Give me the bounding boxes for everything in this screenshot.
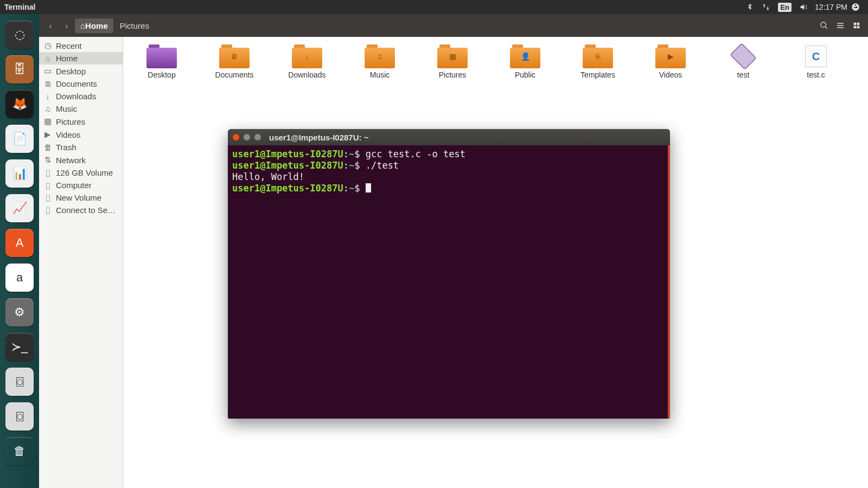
files-sidebar: ◷Recent⌂Home▭Desktop🗎Documents↓Downloads…: [39, 37, 123, 488]
sidebar-item-music[interactable]: ♫Music: [39, 102, 123, 115]
sidebar-item-label: Desktop: [56, 67, 86, 76]
file-label: Documents: [215, 70, 254, 79]
volume-icon[interactable]: [799, 3, 808, 11]
sidebar-item-label: Documents: [56, 79, 97, 88]
sidebar-item-connect-to-se-[interactable]: ⌷Connect to Se…: [39, 204, 123, 216]
file-label: Pictures: [439, 70, 467, 79]
sidebar-item-label: Music: [56, 104, 77, 113]
sidebar-item-label: Downloads: [56, 92, 96, 101]
launcher-trash[interactable]: 🗑: [4, 436, 35, 466]
file-item-public[interactable]: 👤Public: [500, 44, 551, 79]
view-list-icon[interactable]: [832, 17, 848, 34]
place-icon: ⌷: [43, 168, 52, 177]
sidebar-item-computer[interactable]: ⌷Computer: [39, 179, 123, 191]
place-icon: ▶: [43, 130, 52, 139]
sidebar-item-label: Pictures: [56, 117, 85, 126]
sidebar-item-pictures[interactable]: ▦Pictures: [39, 115, 123, 128]
place-icon: ⌷: [43, 181, 52, 190]
file-item-downloads[interactable]: ↓Downloads: [282, 44, 333, 79]
sidebar-item-desktop[interactable]: ▭Desktop: [39, 65, 123, 78]
sidebar-item-label: 126 GB Volume: [56, 168, 113, 177]
terminal-body[interactable]: user1@Impetus-I0287U:~$ gcc test.c -o te…: [228, 145, 670, 419]
file-label: Templates: [580, 70, 615, 79]
sidebar-item-new-volume[interactable]: ⌷New Volume: [39, 191, 123, 204]
breadcrumb-home[interactable]: ⌂Home: [75, 18, 113, 33]
bluetooth-icon[interactable]: [745, 3, 754, 11]
file-label: Downloads: [288, 70, 326, 79]
file-item-videos[interactable]: ▶Videos: [645, 44, 696, 79]
launcher-drive2[interactable]: ⌼: [4, 401, 35, 432]
sidebar-item-label: Trash: [56, 143, 76, 152]
sidebar-item-trash[interactable]: 🗑Trash: [39, 141, 123, 153]
breadcrumb-pictures[interactable]: Pictures: [114, 18, 155, 33]
sidebar-item-label: Computer: [56, 181, 92, 190]
place-icon: 🗑: [43, 143, 52, 152]
file-item-music[interactable]: ♫Music: [354, 44, 405, 79]
launcher-impress[interactable]: 📈: [4, 193, 35, 223]
place-icon: ⌷: [43, 206, 52, 215]
files-toolbar: ‹ › ⌂Home Pictures: [39, 14, 868, 37]
place-icon: ▦: [43, 117, 52, 126]
file-label: Videos: [659, 70, 682, 79]
terminal-titlebar[interactable]: user1@Impetus-I0287U: ~: [228, 129, 670, 145]
place-icon: ↓: [43, 92, 52, 101]
launcher-dash[interactable]: ◌: [4, 20, 35, 50]
terminal-window: user1@Impetus-I0287U: ~ user1@Impetus-I0…: [228, 129, 670, 419]
sidebar-item-label: Videos: [56, 130, 81, 139]
minimize-icon[interactable]: [243, 133, 251, 141]
file-label: test.c: [807, 70, 825, 79]
clock[interactable]: 12:17 PM: [815, 3, 847, 11]
terminal-title: user1@Impetus-I0287U: ~: [269, 133, 368, 142]
place-icon: ⇅: [43, 155, 52, 165]
sidebar-item-network[interactable]: ⇅Network: [39, 153, 123, 166]
sidebar-item-126-gb-volume[interactable]: ⌷126 GB Volume: [39, 166, 123, 179]
top-menubar: Terminal En 12:17 PM: [0, 0, 868, 14]
search-icon[interactable]: [816, 17, 832, 34]
file-label: Desktop: [148, 70, 175, 79]
language-indicator[interactable]: En: [778, 3, 792, 12]
launcher-amazon[interactable]: a: [4, 262, 35, 293]
file-label: Music: [370, 70, 390, 79]
place-icon: ♫: [43, 104, 52, 113]
launcher-writer[interactable]: 📄: [4, 124, 35, 154]
place-icon: ⌂: [43, 54, 52, 63]
launcher-firefox[interactable]: 🦊: [4, 89, 35, 119]
maximize-icon[interactable]: [254, 133, 261, 141]
sidebar-item-videos[interactable]: ▶Videos: [39, 128, 123, 141]
place-icon: ⌷: [43, 193, 52, 202]
power-icon[interactable]: [851, 3, 860, 11]
sidebar-item-documents[interactable]: 🗎Documents: [39, 78, 123, 90]
sidebar-item-home[interactable]: ⌂Home: [39, 52, 123, 65]
launcher-software[interactable]: A: [4, 228, 35, 258]
file-label: Public: [515, 70, 535, 79]
file-item-desktop[interactable]: Desktop: [136, 44, 187, 79]
active-app-title: Terminal: [4, 3, 35, 11]
sidebar-item-label: Connect to Se…: [56, 206, 116, 215]
launcher-settings[interactable]: ⚙: [4, 297, 35, 328]
sidebar-item-downloads[interactable]: ↓Downloads: [39, 90, 123, 102]
unity-launcher: ◌🗄🦊📄📊📈Aa⚙≻_⌼⌼🗑: [0, 14, 39, 488]
view-grid-icon[interactable]: [848, 17, 865, 34]
launcher-files[interactable]: 🗄: [4, 54, 35, 85]
nav-forward-button[interactable]: ›: [59, 17, 75, 34]
sidebar-item-label: New Volume: [56, 193, 101, 202]
file-item-test[interactable]: test: [718, 44, 769, 79]
file-item-test-c[interactable]: Ctest.c: [790, 44, 841, 79]
launcher-drive1[interactable]: ⌼: [4, 367, 35, 397]
sidebar-item-label: Home: [56, 54, 78, 63]
file-label: test: [737, 70, 750, 79]
place-icon: ◷: [43, 41, 52, 50]
sidebar-item-label: Network: [56, 156, 86, 165]
sidebar-item-recent[interactable]: ◷Recent: [39, 39, 123, 52]
launcher-terminal[interactable]: ≻_: [4, 332, 35, 362]
file-item-pictures[interactable]: ▦Pictures: [427, 44, 478, 79]
file-item-documents[interactable]: 🗎Documents: [209, 44, 260, 79]
nav-back-button[interactable]: ‹: [42, 17, 59, 34]
launcher-calc[interactable]: 📊: [4, 158, 35, 189]
close-icon[interactable]: [232, 133, 240, 141]
sidebar-item-label: Recent: [56, 41, 82, 50]
place-icon: 🗎: [43, 79, 52, 88]
network-icon[interactable]: [762, 3, 770, 11]
terminal-cursor: [366, 183, 371, 192]
file-item-templates[interactable]: ⎘Templates: [572, 44, 623, 79]
